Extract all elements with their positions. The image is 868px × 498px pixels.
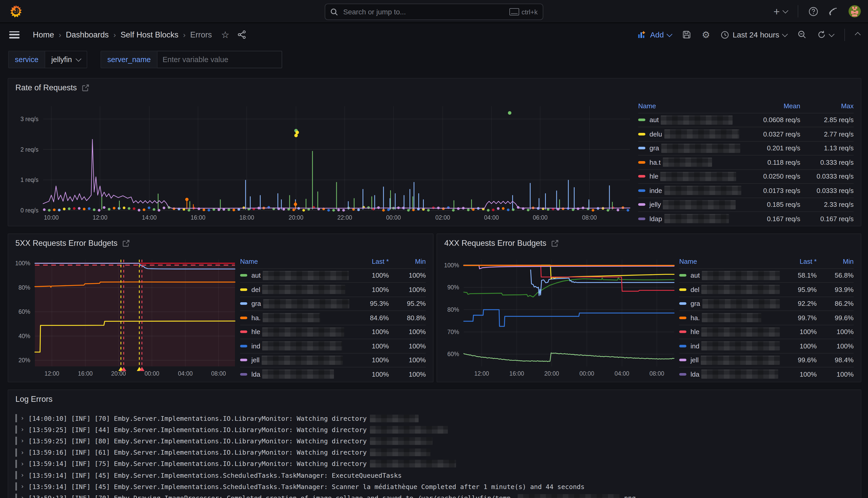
- legend-col-name[interactable]: Name: [638, 102, 656, 110]
- legend-row[interactable]: aut58.1%56.8%: [679, 268, 854, 282]
- log-line[interactable]: ›[13:59:14] [INF] [75] Emby.Server.Imple…: [15, 458, 854, 470]
- log-line[interactable]: ›[13:59:14] [INF] [45] Emby.Server.Imple…: [15, 470, 854, 481]
- log-line[interactable]: ›[13:59:14] [INF] [45] Emby.Server.Imple…: [15, 481, 854, 492]
- refresh-button[interactable]: [817, 30, 833, 39]
- panel-header[interactable]: 4XX Requests Error Budgets: [437, 234, 861, 252]
- svg-text:20:00: 20:00: [544, 370, 559, 377]
- user-avatar[interactable]: [849, 5, 861, 17]
- variable-input-server-name[interactable]: [158, 51, 282, 68]
- grafana-logo-icon[interactable]: [9, 5, 23, 18]
- legend-row[interactable]: inde0.0173 req/s0.0333 req/s: [638, 183, 854, 197]
- log-expand-icon[interactable]: ›: [21, 460, 24, 468]
- legend-row[interactable]: jell100%100%: [240, 353, 426, 367]
- legend-row[interactable]: lda100%100%: [679, 367, 854, 381]
- svg-text:60%: 60%: [18, 309, 30, 315]
- legend-row[interactable]: hle100%100%: [240, 325, 426, 339]
- menu-toggle-icon[interactable]: [9, 31, 19, 38]
- log-line[interactable]: ›[13:59:25] [INF] [44] Emby.Server.Imple…: [15, 424, 854, 435]
- log-line[interactable]: ›[13:59:13] [INF] [70] Emby.Drawing.Imag…: [15, 492, 854, 498]
- log-line[interactable]: ›[14:00:10] [INF] [70] Emby.Server.Imple…: [15, 412, 854, 424]
- new-item-button[interactable]: +: [773, 6, 787, 17]
- legend-row[interactable]: jelly0.185 req/s2.33 req/s: [638, 197, 854, 211]
- external-link-icon[interactable]: [123, 240, 130, 247]
- legend-row[interactable]: ldap0.167 req/s0.167 req/s: [638, 211, 854, 225]
- panel-header[interactable]: 5XX Requests Error Budgets: [8, 234, 433, 252]
- help-button[interactable]: [809, 6, 818, 16]
- news-rss-button[interactable]: [828, 6, 838, 16]
- breadcrumb-item-dashboards[interactable]: Dashboards: [66, 30, 109, 39]
- breadcrumb-item-home[interactable]: Home: [33, 30, 54, 39]
- log-expand-icon[interactable]: ›: [21, 472, 24, 479]
- legend-row[interactable]: del95.9%93.9%: [679, 282, 854, 296]
- svg-text:12:00: 12:00: [474, 370, 489, 377]
- search-input[interactable]: [342, 7, 505, 16]
- redacted-log-text: [370, 460, 456, 468]
- log-expand-icon[interactable]: ›: [21, 426, 24, 433]
- template-variables-row: service jellyfin server_name: [8, 51, 282, 68]
- external-link-icon[interactable]: [82, 84, 89, 91]
- panel-header[interactable]: Rate of Requests: [8, 79, 861, 97]
- legend-row[interactable]: aut100%100%: [240, 268, 426, 282]
- legend-col-mean[interactable]: Mean: [747, 102, 800, 110]
- log-level-bar: [15, 460, 17, 468]
- legend-row[interactable]: del100%100%: [240, 282, 426, 296]
- legend-col-name[interactable]: Name: [679, 258, 697, 265]
- svg-text:12:00: 12:00: [45, 370, 59, 377]
- legend-row[interactable]: ha.99.7%99.6%: [679, 311, 854, 325]
- share-icon[interactable]: [238, 30, 246, 39]
- svg-text:80%: 80%: [448, 306, 459, 313]
- dashboard-settings-button[interactable]: ⚙: [702, 29, 710, 40]
- err4xx-chart[interactable]: 60%70%80%90%100%12:0016:0020:0000:0004:0…: [437, 252, 679, 382]
- legend-row[interactable]: gra92.2%86.2%: [679, 296, 854, 311]
- err5xx-chart[interactable]: 20%40%60%80%100%12:0016:0020:0000:0004:0…: [8, 252, 240, 382]
- log-line[interactable]: ›[13:59:16] [INF] [61] Emby.Server.Imple…: [15, 447, 854, 458]
- log-expand-icon[interactable]: ›: [21, 449, 24, 456]
- legend-col-min[interactable]: Min: [817, 258, 854, 265]
- variable-select-service[interactable]: jellyfin: [45, 51, 88, 68]
- add-panel-button[interactable]: Add: [638, 30, 671, 39]
- legend-row[interactable]: hle100%100%: [679, 325, 854, 339]
- log-line[interactable]: ›[13:59:25] [INF] [80] Emby.Server.Imple…: [15, 435, 854, 447]
- breadcrumb-item-self-host-blocks[interactable]: Self Host Blocks: [121, 30, 178, 39]
- log-expand-icon[interactable]: ›: [21, 483, 24, 490]
- chevron-down-icon: [782, 31, 788, 37]
- legend-row[interactable]: jell99.6%98.4%: [679, 353, 854, 367]
- external-link-icon[interactable]: [551, 240, 559, 247]
- log-expand-icon[interactable]: ›: [21, 437, 24, 445]
- svg-text:60%: 60%: [448, 351, 459, 357]
- legend-row[interactable]: ind100%100%: [679, 339, 854, 353]
- legend-row[interactable]: aut0.0608 req/s2.85 req/s: [638, 113, 854, 127]
- legend-row[interactable]: gra0.201 req/s1.13 req/s: [638, 141, 854, 155]
- rate-chart[interactable]: 0 req/s1 req/s2 req/s3 req/s10:0012:0014…: [8, 97, 638, 226]
- save-dashboard-button[interactable]: [682, 30, 691, 39]
- time-range-picker[interactable]: Last 24 hours: [721, 30, 787, 39]
- legend-col-last[interactable]: Last *: [352, 258, 389, 265]
- search-bar[interactable]: ctrl+k: [325, 4, 543, 20]
- legend-row[interactable]: hle0.0250 req/s0.0333 req/s: [638, 169, 854, 183]
- redacted-series-name: [702, 299, 780, 309]
- favorite-star-icon[interactable]: ☆: [221, 29, 229, 40]
- log-message: [13:59:16] [INF] [61] Emby.Server.Implem…: [28, 448, 366, 456]
- legend-row[interactable]: ha.84.6%80.8%: [240, 311, 426, 325]
- legend-col-name[interactable]: Name: [240, 258, 258, 265]
- legend-value: 100%: [817, 370, 854, 378]
- legend-col-min[interactable]: Min: [389, 258, 426, 265]
- log-expand-icon[interactable]: ›: [21, 494, 24, 498]
- legend-row[interactable]: lda100%100%: [240, 367, 426, 381]
- zoom-out-time-button[interactable]: [798, 30, 806, 39]
- svg-text:1 req/s: 1 req/s: [21, 176, 39, 183]
- legend-row[interactable]: delu0.0327 req/s2.77 req/s: [638, 127, 854, 141]
- series-name-prefix: aut: [650, 116, 659, 124]
- chevron-up-icon: [855, 32, 861, 38]
- svg-text:08:00: 08:00: [650, 370, 664, 377]
- legend-row[interactable]: ha.t0.118 req/s0.333 req/s: [638, 155, 854, 169]
- panel-header[interactable]: Log Errors: [8, 390, 861, 408]
- legend-col-max[interactable]: Max: [800, 102, 854, 110]
- svg-text:00:00: 00:00: [145, 370, 160, 377]
- legend-col-last[interactable]: Last *: [780, 258, 817, 265]
- collapse-controls-button[interactable]: [856, 32, 860, 37]
- legend-row[interactable]: ind100%100%: [240, 339, 426, 353]
- legend-row[interactable]: gra95.3%95.2%: [240, 296, 426, 311]
- log-expand-icon[interactable]: ›: [21, 415, 24, 422]
- redacted-series-name: [263, 285, 346, 294]
